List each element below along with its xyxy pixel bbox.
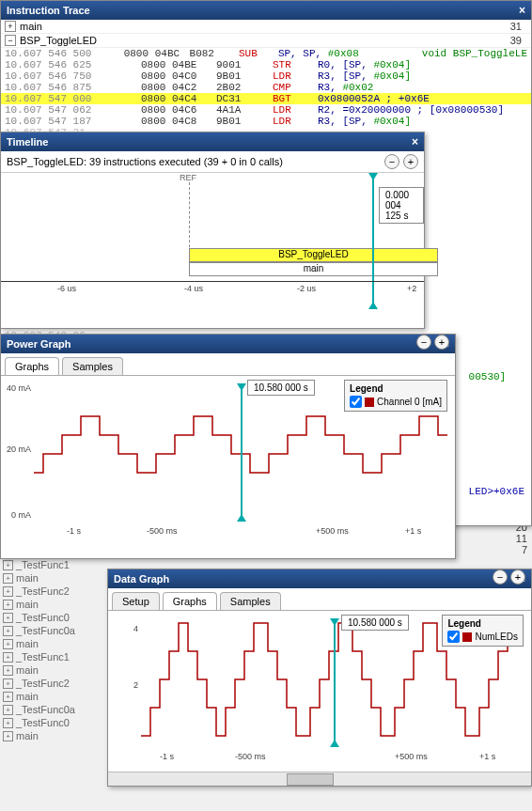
timeline-header[interactable]: Timeline ×	[1, 133, 424, 151]
function-name: main	[16, 691, 39, 702]
tab-samples[interactable]: Samples	[220, 592, 281, 610]
function-row[interactable]: +_TestFunc2	[0, 677, 113, 690]
function-name: main	[16, 638, 39, 649]
power-y-axis: 40 mA 20 mA 0 mA	[1, 383, 34, 522]
expand-icon[interactable]: +	[3, 639, 13, 649]
trace-line[interactable]: 10.607 547 1870800 04C89B01LDRR3, [SP, #…	[1, 116, 531, 127]
data-graph-title: Data Graph	[114, 573, 169, 585]
expand-icon[interactable]: +	[3, 718, 13, 728]
expand-icon[interactable]: +	[3, 731, 13, 741]
function-row[interactable]: +main	[0, 663, 113, 677]
function-row[interactable]: +_TestFunc0a	[0, 624, 113, 637]
timeline-bar-main[interactable]: main	[189, 262, 438, 276]
power-tabs: Graphs Samples	[1, 353, 455, 376]
legend-checkbox[interactable]	[447, 631, 460, 643]
trace-line[interactable]: 10.607 546 7500800 04C09B01LDRR3, [SP, #…	[1, 70, 531, 82]
data-tabs: Setup Graphs Samples	[108, 588, 531, 611]
collapse-icon[interactable]: −	[5, 35, 16, 46]
expand-icon[interactable]: +	[3, 560, 13, 570]
close-icon[interactable]: ×	[412, 135, 418, 148]
close-icon[interactable]: ×	[519, 4, 525, 17]
trace-line[interactable]: 10.607 546 6250800 04BE9001STRR0, [SP, #…	[1, 59, 531, 70]
tab-graphs[interactable]: Graphs	[5, 357, 59, 375]
scroll-thumb[interactable]	[287, 773, 334, 786]
timeline-chart[interactable]: REF BSP_ToggleLED main 0.000 004 125 s -…	[1, 173, 424, 309]
expand-icon[interactable]: +	[3, 600, 13, 610]
expand-icon[interactable]: +	[3, 652, 13, 663]
trace-line[interactable]: 10.607 546 8750800 04C22B02CMPR3, #0x02	[1, 82, 531, 93]
function-row[interactable]: +_TestFunc2	[0, 585, 113, 598]
zoom-out-icon[interactable]: −	[384, 154, 399, 169]
trace-listing: 10.607 546 5000800 04BCB082SUBSP, SP, #0…	[1, 48, 531, 127]
legend-checkbox[interactable]	[350, 396, 362, 408]
zoom-in-icon[interactable]: +	[510, 569, 525, 585]
data-legend: Legend NumLEDs	[442, 615, 524, 647]
function-name: _TestFunc0a	[16, 625, 75, 636]
power-cursor[interactable]	[241, 383, 243, 522]
function-row[interactable]: +_TestFunc0	[0, 611, 113, 624]
data-graph-header[interactable]: Data Graph ×	[108, 569, 531, 588]
expand-icon[interactable]: +	[3, 626, 13, 636]
function-name: _TestFunc0	[16, 612, 70, 623]
function-row[interactable]: +main	[0, 571, 113, 585]
trace-tree-bsp[interactable]: − BSP_ToggleLED 39	[1, 34, 531, 48]
function-row[interactable]: +_TestFunc1	[0, 558, 113, 571]
legend-swatch-icon	[365, 398, 374, 407]
power-graph-body[interactable]: 40 mA 20 mA 0 mA 10.580 000 s Legend Cha…	[1, 376, 455, 545]
legend-swatch-icon	[462, 632, 472, 642]
timeline-time-badge: 0.000 004 125 s	[379, 187, 424, 224]
function-row[interactable]: +main	[0, 637, 113, 650]
zoom-in-icon[interactable]: +	[403, 154, 418, 169]
tab-samples[interactable]: Samples	[62, 357, 123, 375]
function-name: main	[16, 664, 39, 676]
tab-setup[interactable]: Setup	[112, 592, 160, 610]
timeline-info-bar: BSP_ToggleLED: 39 instructions executed …	[1, 151, 424, 173]
tab-graphs[interactable]: Graphs	[163, 592, 217, 610]
expand-icon[interactable]: +	[3, 678, 13, 689]
expand-icon[interactable]: +	[3, 613, 13, 623]
power-graph-header[interactable]: Power Graph ×	[1, 335, 455, 353]
data-graph-panel: Data Graph × Setup Graphs Samples − + 4 …	[107, 569, 532, 787]
function-row[interactable]: +main	[0, 690, 113, 703]
expand-icon[interactable]: +	[3, 692, 13, 702]
power-time-badge: 10.580 000 s	[247, 380, 315, 396]
ghost-src: 00530] LED>+0x6E	[469, 371, 524, 497]
zoom-out-icon[interactable]: −	[493, 569, 508, 585]
expand-icon[interactable]: +	[3, 665, 13, 676]
instruction-trace-title: Instruction Trace	[7, 5, 90, 16]
function-name: _TestFunc0a	[16, 704, 75, 715]
function-name: _TestFunc1	[16, 559, 70, 570]
timeline-panel: Timeline × BSP_ToggleLED: 39 instruction…	[0, 132, 425, 329]
instruction-trace-header[interactable]: Instruction Trace ×	[1, 1, 531, 20]
data-time-badge: 10.580 000 s	[341, 615, 409, 631]
timeline-ref-label: REF	[180, 173, 196, 182]
trace-side-counts: 20 11 7	[516, 522, 527, 555]
function-row[interactable]: +_TestFunc0a	[0, 703, 113, 716]
trace-tree-main[interactable]: + main 31	[1, 20, 531, 34]
data-graph-body[interactable]: 4 2 10.580 000 s Legend NumLEDs -1 s -50…	[108, 611, 531, 771]
trace-line[interactable]: 10.607 547 0620800 04C64A1ALDRR2, =0x200…	[1, 104, 531, 116]
expand-icon[interactable]: +	[3, 586, 13, 597]
data-scrollbar[interactable]	[108, 772, 531, 786]
trace-line[interactable]: 10.607 547 0000800 04C4DC31BGT0x0800052A…	[1, 93, 531, 104]
power-x-axis: -1 s -500 ms +500 ms +1 s	[34, 526, 450, 540]
function-name: _TestFunc2	[16, 585, 70, 597]
data-cursor[interactable]	[334, 618, 336, 747]
function-name: main	[16, 572, 39, 584]
expand-icon[interactable]: +	[5, 21, 16, 32]
function-row[interactable]: +main	[0, 729, 113, 742]
zoom-out-icon[interactable]: −	[416, 335, 431, 350]
function-row[interactable]: +_TestFunc0	[0, 716, 113, 729]
data-y-axis: 4 2	[108, 618, 141, 747]
zoom-in-icon[interactable]: +	[434, 335, 449, 350]
data-x-axis: -1 s -500 ms +500 ms +1 s	[141, 752, 526, 766]
function-row[interactable]: +main	[0, 598, 113, 611]
function-name: main	[16, 599, 39, 610]
timeline-bar-bsp[interactable]: BSP_ToggleLED	[189, 248, 438, 262]
function-row[interactable]: +_TestFunc1	[0, 650, 113, 663]
function-name: _TestFunc2	[16, 678, 70, 689]
expand-icon[interactable]: +	[3, 573, 13, 584]
trace-line[interactable]: 10.607 546 5000800 04BCB082SUBSP, SP, #0…	[1, 48, 531, 59]
expand-icon[interactable]: +	[3, 705, 13, 715]
function-name: _TestFunc0	[16, 717, 70, 728]
